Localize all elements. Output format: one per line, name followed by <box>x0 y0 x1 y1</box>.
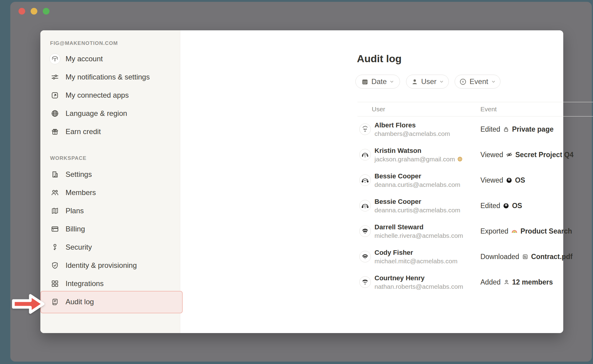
chevron-down-icon <box>439 79 444 84</box>
event-target: OS <box>515 176 525 184</box>
scroll-icon <box>49 296 60 307</box>
workspace-section-header: WORKSPACE <box>50 155 86 161</box>
lock-icon <box>503 126 509 133</box>
sidebar-item-security[interactable]: Security <box>49 241 171 254</box>
table-row[interactable]: Albert Flores chambers@acmelabs.com Edit… <box>357 116 593 142</box>
building-icon <box>49 169 60 180</box>
table-row[interactable]: Kristin Watson jackson.graham@gmail.com <box>357 142 593 167</box>
sidebar-item-earn-credit[interactable]: Earn credit <box>49 125 171 138</box>
user-filter-button[interactable]: User <box>406 75 449 89</box>
globe-icon <box>49 108 60 119</box>
document-icon <box>522 254 528 260</box>
page-title: Audit log <box>357 53 402 65</box>
sidebar-item-notifications-settings[interactable]: My notifications & settings <box>49 70 171 84</box>
shield-check-icon <box>49 260 60 271</box>
grid-icon <box>49 278 60 289</box>
sidebar-item-label: Identity & provisioning <box>66 261 137 270</box>
zoom-button[interactable] <box>43 8 49 15</box>
eye-off-icon <box>506 151 513 158</box>
calendar-icon <box>361 78 369 86</box>
sidebar-item-billing[interactable]: Billing <box>49 222 171 236</box>
avatar <box>359 149 371 160</box>
table-header: User Event ↑ Date <box>357 102 593 116</box>
user-email: deanna.curtis@acmelabs.com <box>374 180 460 189</box>
user-name: Albert Flores <box>374 121 450 130</box>
column-header-user[interactable]: User <box>357 106 480 113</box>
table-row[interactable]: Courtney Henry nathan.roberts@acmelabs.c… <box>357 269 593 295</box>
person-add-icon <box>503 279 510 285</box>
user-name: Kristin Watson <box>374 147 463 155</box>
sidebar-item-settings[interactable]: Settings <box>49 168 171 181</box>
sidebar-item-language-region[interactable]: Language & region <box>49 107 171 120</box>
sidebar-item-label: Billing <box>66 225 85 233</box>
sidebar-item-label: Integrations <box>66 279 103 288</box>
avatar <box>359 225 371 237</box>
sidebar-item-label: Settings <box>66 170 92 179</box>
lightning-circle-icon <box>459 78 467 86</box>
sliders-icon <box>49 72 60 83</box>
event-target: Secret Project Q4 <box>515 151 574 159</box>
sidebar-item-members[interactable]: Members <box>49 186 171 199</box>
person-icon <box>411 78 418 86</box>
audit-log-panel: Audit log Date <box>180 30 563 333</box>
event-target: 12 members <box>512 278 553 286</box>
sidebar-item-integrations[interactable]: Integrations <box>49 277 171 290</box>
event-action: Downloaded <box>480 253 519 261</box>
macos-window: FIG@MAKENOTION.COM My account <box>10 2 592 362</box>
filter-label: User <box>421 77 437 86</box>
sidebar-item-label: My account <box>66 55 103 63</box>
user-email: chambers@acmelabs.com <box>374 130 450 138</box>
guest-globe-icon <box>457 156 463 162</box>
event-action: Viewed <box>480 151 503 159</box>
sidebar-item-label: My notifications & settings <box>66 73 150 81</box>
event-action: Edited <box>480 125 500 133</box>
close-button[interactable] <box>19 8 25 15</box>
sidebar-item-connected-apps[interactable]: My connected apps <box>49 89 171 102</box>
event-action: Exported <box>480 227 508 235</box>
event-filter-button[interactable]: Event <box>455 75 500 89</box>
user-name: Cody Fisher <box>374 248 457 257</box>
map-icon <box>49 205 60 216</box>
table-row[interactable]: Bessie Cooper deanna.curtis@acmelabs.com… <box>357 193 593 218</box>
chevron-down-icon <box>491 79 496 84</box>
avatar <box>359 251 371 262</box>
avatar <box>359 123 371 135</box>
sidebar-item-my-account[interactable]: My account <box>49 52 171 66</box>
user-email: deanna.curtis@acmelabs.com <box>374 206 460 214</box>
event-target: OS <box>512 202 522 210</box>
sidebar-item-plans[interactable]: Plans <box>49 204 171 217</box>
event-target: Contract.pdf <box>531 253 573 261</box>
settings-dialog: FIG@MAKENOTION.COM My account <box>40 30 563 333</box>
event-action: Viewed <box>480 176 503 184</box>
settings-sidebar: FIG@MAKENOTION.COM My account <box>40 30 180 333</box>
table-row[interactable]: Bessie Cooper deanna.curtis@acmelabs.com… <box>357 167 593 193</box>
sidebar-item-label: Earn credit <box>66 127 101 136</box>
event-target: Private page <box>512 125 554 133</box>
user-name: Bessie Cooper <box>374 197 460 206</box>
filter-label: Date <box>371 77 387 86</box>
minimize-button[interactable] <box>31 8 37 15</box>
sidebar-item-label: Members <box>66 188 96 197</box>
chevron-down-icon <box>389 79 394 84</box>
user-email: michael.mitc@acmelabs.com <box>374 257 457 265</box>
account-email-header: FIG@MAKENOTION.COM <box>50 40 118 46</box>
sidebar-item-label: Security <box>66 243 92 251</box>
user-email: michelle.rivera@acmelabs.com <box>374 231 463 240</box>
window-controls <box>19 8 49 15</box>
date-filter-button[interactable]: Date <box>355 75 400 89</box>
user-name: Courtney Henry <box>374 274 463 282</box>
filter-label: Event <box>469 77 488 86</box>
user-email: jackson.graham@gmail.com <box>374 155 455 163</box>
arrow-up-right-box-icon <box>49 90 60 101</box>
people-icon <box>49 187 60 198</box>
sidebar-item-identity-provisioning[interactable]: Identity & provisioning <box>49 259 171 272</box>
table-row[interactable]: Darrell Steward michelle.rivera@acmelabs… <box>357 218 593 244</box>
sidebar-item-label: My connected apps <box>66 91 129 99</box>
sidebar-item-label: Audit log <box>66 298 94 306</box>
column-header-event[interactable]: Event <box>480 106 593 113</box>
table-row[interactable]: Cody Fisher michael.mitc@acmelabs.com Do… <box>357 244 593 269</box>
sidebar-item-label: Language & region <box>66 109 127 118</box>
user-name: Bessie Cooper <box>374 172 460 180</box>
gift-icon <box>49 126 60 137</box>
sidebar-item-audit-log[interactable]: Audit log <box>49 295 171 308</box>
